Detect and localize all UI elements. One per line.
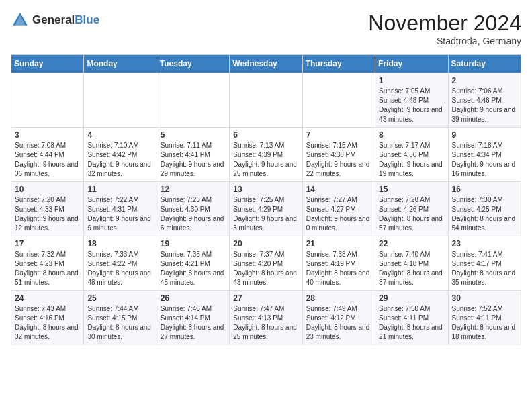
calendar-cell (230, 73, 302, 128)
calendar-cell: 24Sunrise: 7:43 AMSunset: 4:16 PMDayligh… (11, 291, 84, 345)
calendar-cell: 23Sunrise: 7:41 AMSunset: 4:17 PMDayligh… (448, 236, 521, 291)
col-wednesday: Wednesday (230, 55, 302, 73)
calendar-cell: 25Sunrise: 7:44 AMSunset: 4:15 PMDayligh… (84, 291, 157, 345)
day-info: Sunrise: 7:22 AMSunset: 4:31 PMDaylight:… (87, 195, 152, 233)
day-number: 29 (379, 293, 444, 303)
day-number: 24 (15, 293, 80, 303)
day-info: Sunrise: 7:10 AMSunset: 4:42 PMDaylight:… (87, 141, 152, 179)
calendar-cell: 12Sunrise: 7:23 AMSunset: 4:30 PMDayligh… (157, 182, 229, 236)
calendar-cell: 18Sunrise: 7:33 AMSunset: 4:22 PMDayligh… (84, 236, 157, 291)
calendar-week-1: 1Sunrise: 7:05 AMSunset: 4:48 PMDaylight… (11, 73, 521, 128)
day-number: 25 (87, 293, 152, 303)
day-info: Sunrise: 7:33 AMSunset: 4:22 PMDaylight:… (87, 250, 152, 287)
calendar-cell: 8Sunrise: 7:17 AMSunset: 4:36 PMDaylight… (375, 128, 448, 182)
day-number: 1 (379, 76, 444, 85)
day-number: 27 (233, 293, 298, 303)
day-info: Sunrise: 7:11 AMSunset: 4:41 PMDaylight:… (161, 141, 226, 179)
calendar-cell: 29Sunrise: 7:50 AMSunset: 4:11 PMDayligh… (375, 291, 448, 345)
day-info: Sunrise: 7:52 AMSunset: 4:11 PMDaylight:… (452, 304, 517, 342)
calendar-cell: 19Sunrise: 7:35 AMSunset: 4:21 PMDayligh… (157, 236, 229, 291)
calendar-cell: 20Sunrise: 7:37 AMSunset: 4:20 PMDayligh… (230, 236, 302, 291)
day-number: 30 (452, 293, 517, 303)
logo-blue: Blue (75, 13, 99, 26)
calendar-cell: 1Sunrise: 7:05 AMSunset: 4:48 PMDaylight… (375, 73, 448, 128)
day-info: Sunrise: 7:25 AMSunset: 4:29 PMDaylight:… (233, 195, 298, 233)
day-number: 11 (87, 185, 152, 194)
day-info: Sunrise: 7:32 AMSunset: 4:23 PMDaylight:… (15, 250, 80, 287)
col-tuesday: Tuesday (157, 55, 229, 73)
day-number: 13 (233, 185, 298, 194)
col-thursday: Thursday (302, 55, 375, 73)
calendar-cell: 16Sunrise: 7:30 AMSunset: 4:25 PMDayligh… (448, 182, 521, 236)
day-info: Sunrise: 7:18 AMSunset: 4:34 PMDaylight:… (452, 141, 517, 179)
calendar-cell (84, 73, 157, 128)
calendar-week-4: 17Sunrise: 7:32 AMSunset: 4:23 PMDayligh… (11, 236, 521, 291)
logo-text: GeneralBlue (32, 13, 99, 27)
calendar-cell: 6Sunrise: 7:13 AMSunset: 4:39 PMDaylight… (230, 128, 302, 182)
day-number: 7 (306, 130, 371, 140)
calendar-cell: 4Sunrise: 7:10 AMSunset: 4:42 PMDaylight… (84, 128, 157, 182)
title-area: November 2024 Stadtroda, Germany (368, 11, 521, 46)
day-number: 12 (161, 185, 226, 194)
logo-icon (11, 11, 30, 30)
calendar-cell: 15Sunrise: 7:28 AMSunset: 4:26 PMDayligh… (375, 182, 448, 236)
logo-general: General (32, 13, 75, 26)
day-number: 6 (233, 130, 298, 140)
day-number: 15 (379, 185, 444, 194)
day-number: 10 (15, 185, 80, 194)
day-info: Sunrise: 7:27 AMSunset: 4:27 PMDaylight:… (306, 195, 371, 233)
calendar-cell: 27Sunrise: 7:47 AMSunset: 4:13 PMDayligh… (230, 291, 302, 345)
day-info: Sunrise: 7:30 AMSunset: 4:25 PMDaylight:… (452, 195, 517, 233)
day-info: Sunrise: 7:35 AMSunset: 4:21 PMDaylight:… (161, 250, 226, 287)
calendar-table: Sunday Monday Tuesday Wednesday Thursday… (11, 54, 521, 345)
col-saturday: Saturday (448, 55, 521, 73)
day-info: Sunrise: 7:47 AMSunset: 4:13 PMDaylight:… (233, 304, 298, 342)
calendar-week-2: 3Sunrise: 7:08 AMSunset: 4:44 PMDaylight… (11, 128, 521, 182)
day-number: 8 (379, 130, 444, 140)
calendar-cell: 26Sunrise: 7:46 AMSunset: 4:14 PMDayligh… (157, 291, 229, 345)
calendar-cell: 9Sunrise: 7:18 AMSunset: 4:34 PMDaylight… (448, 128, 521, 182)
day-info: Sunrise: 7:20 AMSunset: 4:33 PMDaylight:… (15, 195, 80, 233)
calendar-cell: 14Sunrise: 7:27 AMSunset: 4:27 PMDayligh… (302, 182, 375, 236)
day-info: Sunrise: 7:15 AMSunset: 4:38 PMDaylight:… (306, 141, 371, 179)
calendar-week-3: 10Sunrise: 7:20 AMSunset: 4:33 PMDayligh… (11, 182, 521, 236)
day-number: 18 (87, 239, 152, 248)
day-number: 5 (161, 130, 226, 140)
calendar-cell: 13Sunrise: 7:25 AMSunset: 4:29 PMDayligh… (230, 182, 302, 236)
day-number: 20 (233, 239, 298, 248)
day-info: Sunrise: 7:44 AMSunset: 4:15 PMDaylight:… (87, 304, 152, 342)
day-info: Sunrise: 7:05 AMSunset: 4:48 PMDaylight:… (379, 87, 444, 124)
day-info: Sunrise: 7:13 AMSunset: 4:39 PMDaylight:… (233, 141, 298, 179)
day-number: 16 (452, 185, 517, 194)
col-friday: Friday (375, 55, 448, 73)
calendar-cell (157, 73, 229, 128)
calendar-cell: 21Sunrise: 7:38 AMSunset: 4:19 PMDayligh… (302, 236, 375, 291)
day-number: 28 (306, 293, 371, 303)
day-info: Sunrise: 7:06 AMSunset: 4:46 PMDaylight:… (452, 87, 517, 124)
day-number: 3 (15, 130, 80, 140)
day-info: Sunrise: 7:17 AMSunset: 4:36 PMDaylight:… (379, 141, 444, 179)
day-info: Sunrise: 7:40 AMSunset: 4:18 PMDaylight:… (379, 250, 444, 287)
day-info: Sunrise: 7:46 AMSunset: 4:14 PMDaylight:… (161, 304, 226, 342)
day-info: Sunrise: 7:37 AMSunset: 4:20 PMDaylight:… (233, 250, 298, 287)
col-sunday: Sunday (11, 55, 84, 73)
day-number: 19 (161, 239, 226, 248)
logo: GeneralBlue (11, 11, 99, 30)
day-info: Sunrise: 7:08 AMSunset: 4:44 PMDaylight:… (15, 141, 80, 179)
day-number: 9 (452, 130, 517, 140)
day-number: 2 (452, 76, 517, 85)
day-number: 22 (379, 239, 444, 248)
calendar-cell: 10Sunrise: 7:20 AMSunset: 4:33 PMDayligh… (11, 182, 84, 236)
day-number: 14 (306, 185, 371, 194)
day-number: 26 (161, 293, 226, 303)
calendar-cell (302, 73, 375, 128)
calendar-cell: 22Sunrise: 7:40 AMSunset: 4:18 PMDayligh… (375, 236, 448, 291)
day-info: Sunrise: 7:49 AMSunset: 4:12 PMDaylight:… (306, 304, 371, 342)
col-monday: Monday (84, 55, 157, 73)
day-info: Sunrise: 7:50 AMSunset: 4:11 PMDaylight:… (379, 304, 444, 342)
day-info: Sunrise: 7:38 AMSunset: 4:19 PMDaylight:… (306, 250, 371, 287)
day-info: Sunrise: 7:41 AMSunset: 4:17 PMDaylight:… (452, 250, 517, 287)
calendar-header-row: Sunday Monday Tuesday Wednesday Thursday… (11, 55, 521, 73)
calendar-cell: 30Sunrise: 7:52 AMSunset: 4:11 PMDayligh… (448, 291, 521, 345)
location: Stadtroda, Germany (368, 36, 521, 46)
